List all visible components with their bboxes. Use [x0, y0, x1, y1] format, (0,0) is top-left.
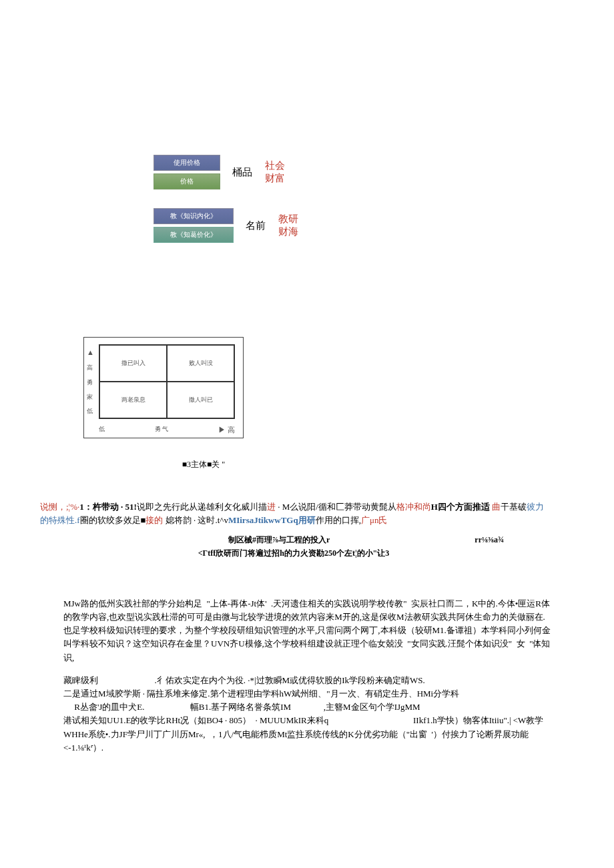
figure-caption: ■3主体■关 " — [164, 458, 244, 470]
y-axis: ▲ 高 勇 家 低 — [87, 344, 94, 419]
paragraph-1: 说恻，;¦%·1：杵带动 · 51!说即之先行此从递雄利攵化威川描进 · M么说… — [40, 500, 547, 527]
right-label-1: 社会财富 — [265, 159, 305, 185]
quad-cell-br: 撒人叫已 — [167, 382, 234, 418]
mid-label-2: 名前 — [236, 218, 276, 234]
quad-cell-tr: 败人叫没 — [167, 345, 234, 382]
paragraph-1b: 制区械#而理⅞与工程的投入r rr⅛⅜a¾ — [83, 534, 504, 546]
right-label-2: 教研财海 — [278, 213, 318, 239]
badge-price-use: 使用价格 — [154, 155, 220, 171]
quad-cell-bl: 两老泉息 — [99, 382, 167, 418]
quadrant-diagram: ▲ 高 勇 家 低 撒已叫入 败人叫没 两老泉息 撒人叫已 低 勇 气 ▶ 高 … — [83, 337, 244, 470]
badge-price: 价格 — [154, 173, 220, 189]
value-pair-2: 教《知识内化》 教《知葛价化》 名前 教研财海 — [154, 207, 318, 244]
paragraph-3: 藏睥级利 .彳佑欢实定在内个为役. ·*|过敦瞬M或优得软股的Ik学段粉来确定晴… — [63, 674, 551, 755]
badge-knowledge-val: 教《知葛价化》 — [154, 227, 234, 243]
paragraph-2: MJw路的低州实践社部的学分始构足 "上体-再体-Jt体' .天河遗住相关的实践… — [63, 597, 551, 665]
mid-label-1: 桶品 — [222, 165, 262, 180]
value-pair-1: 使用价格 价格 桶品 社会财富 — [154, 153, 305, 191]
badge-knowledge-in: 教《知识内化》 — [154, 208, 234, 224]
paragraph-1c: <Γtff欣研而门将遍过招h的力火资勘250个左t¦的小"让3 — [133, 547, 454, 560]
quad-cell-tl: 撒已叫入 — [99, 345, 167, 382]
x-axis: 低 勇 气 ▶ 高 — [99, 424, 235, 436]
